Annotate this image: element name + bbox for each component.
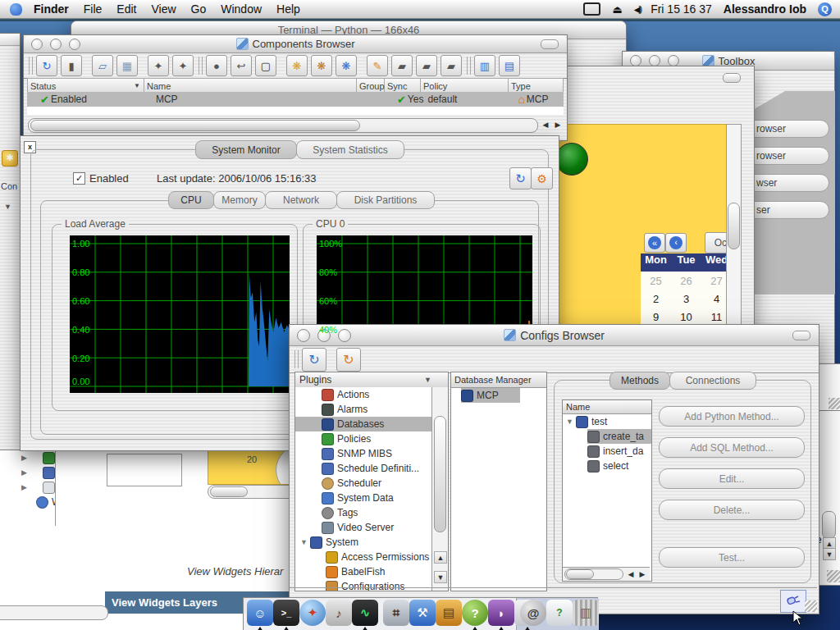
edit-icon[interactable]: ✎ xyxy=(367,55,388,76)
xcode-icon[interactable]: ⚒ xyxy=(409,600,436,626)
vertical-scrollbar-thumb[interactable] xyxy=(728,203,740,249)
calendar-date[interactable]: 25 xyxy=(641,272,671,290)
view-widgets-hierarchy-item[interactable]: View Widgets Hierar xyxy=(187,565,283,578)
plugin-item-babelfish[interactable]: BabelFish xyxy=(295,564,431,579)
tab-cpu[interactable]: CPU xyxy=(168,191,214,209)
plugin-item-video-server[interactable]: Video Server xyxy=(295,520,431,535)
component-icon[interactable]: ▮ xyxy=(61,55,82,76)
calendar-date[interactable]: 2 xyxy=(641,290,671,308)
menubar-user[interactable]: Alessandro Iob xyxy=(724,2,806,16)
menu-view[interactable]: View xyxy=(151,2,176,16)
refresh-icon[interactable]: ↻ xyxy=(302,348,326,372)
plugin-item-tags[interactable]: Tags xyxy=(295,505,431,520)
test-button[interactable]: Test... xyxy=(659,547,805,568)
minimize-lozenge[interactable] xyxy=(723,73,741,83)
view-details-icon[interactable]: ▤ xyxy=(499,55,520,76)
column-group[interactable]: Group xyxy=(357,79,385,93)
menu-window[interactable]: Window xyxy=(221,2,262,16)
horizontal-scrollbar-thumb[interactable] xyxy=(210,486,248,497)
menu-file[interactable]: File xyxy=(84,2,103,16)
resize-grip[interactable] xyxy=(827,570,840,582)
toolbox-icon[interactable]: ▤ xyxy=(436,600,462,626)
resize-grip[interactable] xyxy=(829,398,840,409)
eject-icon[interactable]: ⏏ xyxy=(612,3,622,16)
vertical-scrollbar-thumb[interactable] xyxy=(822,511,836,539)
method-item-insert-data[interactable]: insert_da xyxy=(563,444,651,459)
scroll-right-arrow[interactable]: ▶ xyxy=(637,568,648,579)
scroll-up-arrow[interactable]: ▲ xyxy=(434,551,447,564)
scroll-down-arrow[interactable]: ▼ xyxy=(823,548,836,560)
column-policy[interactable]: Policy xyxy=(421,79,509,93)
horizontal-scrollbar-thumb[interactable] xyxy=(566,569,594,579)
cut-icon[interactable]: ▰ xyxy=(416,55,437,76)
menu-go[interactable]: Go xyxy=(191,2,207,16)
itunes-icon[interactable]: ♪ xyxy=(326,600,352,626)
record-icon[interactable]: ● xyxy=(206,55,227,76)
column-status[interactable]: Status▼ xyxy=(28,79,144,93)
plugin-item-access-permissions[interactable]: Access Permissions xyxy=(295,550,431,564)
activity-monitor-icon[interactable]: ∿ xyxy=(352,600,378,626)
reload-icon[interactable]: ↻ xyxy=(336,348,361,372)
connection-plug-button[interactable] xyxy=(780,590,806,613)
new-config-icon[interactable]: ❋ xyxy=(336,55,357,76)
edit-button[interactable]: Edit... xyxy=(659,468,805,489)
tab-connections[interactable]: Connections xyxy=(669,372,756,390)
enabled-checkbox[interactable]: ✓ xyxy=(73,172,85,185)
calendar-date[interactable]: 3 xyxy=(671,290,701,308)
method-item-create-table[interactable]: create_ta xyxy=(563,429,651,444)
plugins-vertical-scrollbar[interactable]: ▲ ▼ xyxy=(431,387,448,591)
plugin-item-snmp-mibs[interactable]: SNMP MIBS xyxy=(295,446,431,461)
tree-row[interactable]: ▶Vie xyxy=(0,480,55,495)
terminal-icon[interactable]: >_ xyxy=(273,600,299,626)
help-viewer-icon[interactable]: ? xyxy=(546,600,573,626)
settings-button[interactable]: ⚙ xyxy=(531,167,553,189)
tab-system-monitor[interactable]: System Monitor xyxy=(195,140,297,159)
scroll-left-arrow[interactable]: ◀ xyxy=(540,118,551,131)
help-icon[interactable]: ? xyxy=(462,600,488,626)
palette-dropdown-icon[interactable]: ▼ xyxy=(4,203,11,211)
calendar-prev-year-button[interactable]: « xyxy=(644,233,665,253)
tree-row[interactable]: Wi xyxy=(0,495,55,509)
calendar-date[interactable]: 9 xyxy=(641,308,671,326)
led-widget[interactable] xyxy=(555,143,588,176)
components-palette-window[interactable]: ✱ Con ▼ xyxy=(0,33,21,451)
menu-finder[interactable]: Finder xyxy=(34,2,69,16)
tree-row[interactable]: ▶Pl xyxy=(0,465,55,480)
tab-system-statistics[interactable]: System Statistics xyxy=(296,140,404,159)
refresh-icon[interactable]: ↻ xyxy=(36,55,57,76)
plugin-item-policies[interactable]: Policies xyxy=(295,431,431,446)
open-icon[interactable]: ▱ xyxy=(92,55,113,76)
palette-asterisk-icon[interactable]: ✱ xyxy=(2,150,18,167)
save-icon[interactable]: ▦ xyxy=(116,55,138,76)
table-horizontal-scrollbar[interactable] xyxy=(28,118,538,133)
plugin-item-alarms[interactable]: Alarms xyxy=(295,402,431,417)
delete-button[interactable]: Delete... xyxy=(659,500,805,520)
list-widget[interactable] xyxy=(107,454,182,486)
database-item-mcp[interactable]: MCP xyxy=(451,388,546,403)
mail-icon[interactable]: @ xyxy=(520,600,546,626)
resize-grip[interactable] xyxy=(805,600,817,612)
tab-memory[interactable]: Memory xyxy=(213,191,266,209)
menu-help[interactable]: Help xyxy=(276,2,300,16)
configs-browser-window[interactable]: Configs Browser ↻ ↻ Plugins ▼ Actions Al… xyxy=(289,324,819,614)
display-icon[interactable] xyxy=(583,2,600,16)
add-python-method-button[interactable]: Add Python Method... xyxy=(659,406,805,427)
plugin-item-system-data[interactable]: System Data xyxy=(295,491,431,505)
calendar-date[interactable]: 26 xyxy=(671,272,701,290)
undo-icon[interactable]: ↩ xyxy=(231,55,252,76)
horizontal-scrollbar-thumb[interactable] xyxy=(30,120,360,131)
tab-network[interactable]: Network xyxy=(265,191,337,209)
spotlight-search-icon[interactable]: Q xyxy=(818,2,832,16)
new-package-icon[interactable]: ❋ xyxy=(311,55,332,76)
method-group-test[interactable]: ▼test xyxy=(563,414,651,429)
paste-icon[interactable]: ▰ xyxy=(441,55,462,76)
toolbar-handle[interactable] xyxy=(199,57,203,75)
column-type[interactable]: Type xyxy=(509,79,563,93)
scroll-left-arrow[interactable]: ◀ xyxy=(625,568,637,579)
column-name[interactable]: Name xyxy=(144,79,357,93)
new-component-icon[interactable]: ❋ xyxy=(286,55,308,76)
tree-row[interactable]: ▶Pl xyxy=(0,450,55,465)
plugins-dropdown[interactable]: Plugins ▼ xyxy=(295,372,448,388)
components-browser-window[interactable]: Components Browser ↻ ▮ ▱ ▦ ✦ ✦ ● ↩ ▢ ❋ ❋… xyxy=(23,34,568,141)
volume-icon[interactable]: ◀)) xyxy=(634,5,641,14)
